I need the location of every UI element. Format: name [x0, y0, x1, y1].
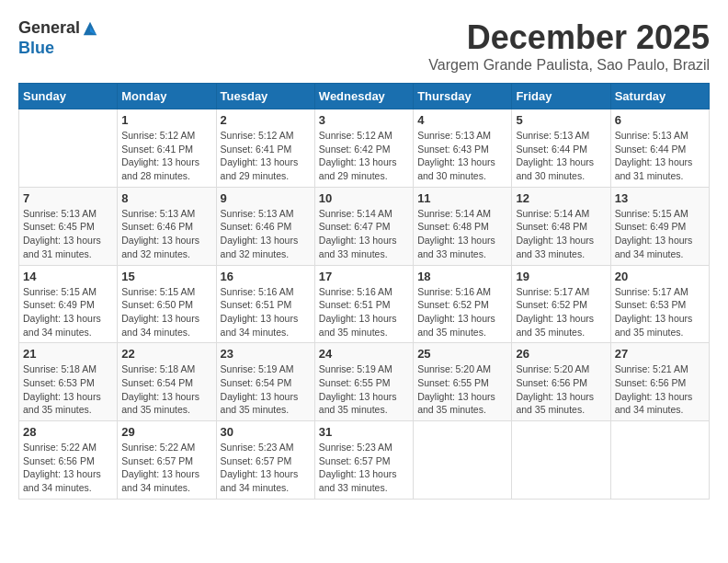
calendar-cell: 6Sunrise: 5:13 AM Sunset: 6:44 PM Daylig…: [610, 109, 709, 188]
day-number: 3: [319, 113, 409, 127]
day-number: 20: [615, 270, 705, 283]
calendar-week-row: 21Sunrise: 5:18 AM Sunset: 6:53 PM Dayli…: [19, 343, 710, 421]
calendar-cell: 20Sunrise: 5:17 AM Sunset: 6:53 PM Dayli…: [610, 265, 709, 343]
day-number: 17: [319, 270, 409, 283]
day-info: Sunrise: 5:13 AM Sunset: 6:45 PM Dayligh…: [23, 207, 113, 261]
day-info: Sunrise: 5:12 AM Sunset: 6:41 PM Dayligh…: [121, 129, 211, 183]
calendar-cell: 19Sunrise: 5:17 AM Sunset: 6:52 PM Dayli…: [512, 265, 610, 343]
day-info: Sunrise: 5:15 AM Sunset: 6:50 PM Dayligh…: [121, 285, 211, 339]
day-number: 6: [615, 113, 705, 127]
calendar-cell: [610, 421, 709, 500]
calendar-week-row: 28Sunrise: 5:22 AM Sunset: 6:56 PM Dayli…: [19, 421, 710, 500]
day-info: Sunrise: 5:12 AM Sunset: 6:42 PM Dayligh…: [319, 129, 409, 183]
calendar-cell: 10Sunrise: 5:14 AM Sunset: 6:47 PM Dayli…: [314, 187, 413, 265]
day-number: 24: [319, 347, 409, 361]
day-info: Sunrise: 5:19 AM Sunset: 6:54 PM Dayligh…: [221, 362, 311, 417]
calendar-cell: 9Sunrise: 5:13 AM Sunset: 6:46 PM Daylig…: [216, 187, 314, 265]
calendar-week-row: 7Sunrise: 5:13 AM Sunset: 6:45 PM Daylig…: [19, 187, 710, 265]
day-info: Sunrise: 5:14 AM Sunset: 6:47 PM Dayligh…: [319, 207, 409, 261]
calendar-cell: 11Sunrise: 5:14 AM Sunset: 6:48 PM Dayli…: [414, 187, 512, 265]
calendar-cell: 28Sunrise: 5:22 AM Sunset: 6:56 PM Dayli…: [19, 421, 118, 500]
day-info: Sunrise: 5:18 AM Sunset: 6:53 PM Dayligh…: [23, 362, 113, 417]
day-info: Sunrise: 5:12 AM Sunset: 6:41 PM Dayligh…: [221, 129, 311, 183]
calendar-cell: 30Sunrise: 5:23 AM Sunset: 6:57 PM Dayli…: [216, 421, 314, 500]
calendar-header-row: SundayMondayTuesdayWednesdayThursdayFrid…: [19, 84, 710, 109]
day-number: 10: [319, 191, 409, 205]
day-number: 4: [417, 113, 507, 127]
calendar-table: SundayMondayTuesdayWednesdayThursdayFrid…: [18, 83, 710, 500]
day-info: Sunrise: 5:23 AM Sunset: 6:57 PM Dayligh…: [221, 441, 311, 495]
day-info: Sunrise: 5:13 AM Sunset: 6:44 PM Dayligh…: [516, 129, 606, 183]
calendar-day-header: Thursday: [414, 84, 512, 109]
day-number: 26: [516, 347, 606, 361]
calendar-day-header: Monday: [118, 84, 216, 109]
day-info: Sunrise: 5:15 AM Sunset: 6:49 PM Dayligh…: [615, 207, 705, 261]
calendar-cell: 2Sunrise: 5:12 AM Sunset: 6:41 PM Daylig…: [216, 109, 314, 188]
day-info: Sunrise: 5:17 AM Sunset: 6:52 PM Dayligh…: [516, 285, 606, 339]
calendar-cell: 23Sunrise: 5:19 AM Sunset: 6:54 PM Dayli…: [216, 343, 314, 421]
day-number: 9: [221, 191, 311, 205]
calendar-week-row: 1Sunrise: 5:12 AM Sunset: 6:41 PM Daylig…: [19, 109, 710, 188]
calendar-cell: 12Sunrise: 5:14 AM Sunset: 6:48 PM Dayli…: [512, 187, 610, 265]
calendar-cell: 17Sunrise: 5:16 AM Sunset: 6:51 PM Dayli…: [314, 265, 413, 343]
calendar-cell: 7Sunrise: 5:13 AM Sunset: 6:45 PM Daylig…: [19, 187, 118, 265]
logo-blue: Blue: [18, 39, 54, 57]
logo: General Blue: [18, 18, 98, 58]
day-info: Sunrise: 5:23 AM Sunset: 6:57 PM Dayligh…: [319, 441, 409, 495]
page-header: General Blue December 2025 Vargem Grande…: [18, 18, 710, 74]
month-title: December 2025: [428, 18, 710, 57]
calendar-day-header: Wednesday: [314, 84, 413, 109]
day-info: Sunrise: 5:13 AM Sunset: 6:46 PM Dayligh…: [221, 207, 311, 261]
calendar-cell: 27Sunrise: 5:21 AM Sunset: 6:56 PM Dayli…: [610, 343, 709, 421]
logo-icon: [82, 20, 98, 37]
day-number: 22: [121, 347, 211, 361]
calendar-cell: 15Sunrise: 5:15 AM Sunset: 6:50 PM Dayli…: [118, 265, 216, 343]
calendar-cell: [414, 421, 512, 500]
day-number: 7: [23, 191, 113, 205]
day-info: Sunrise: 5:22 AM Sunset: 6:56 PM Dayligh…: [23, 441, 113, 495]
day-number: 25: [417, 347, 507, 361]
calendar-cell: 18Sunrise: 5:16 AM Sunset: 6:52 PM Dayli…: [414, 265, 512, 343]
day-info: Sunrise: 5:13 AM Sunset: 6:43 PM Dayligh…: [417, 129, 507, 183]
day-info: Sunrise: 5:21 AM Sunset: 6:56 PM Dayligh…: [615, 362, 705, 417]
day-info: Sunrise: 5:14 AM Sunset: 6:48 PM Dayligh…: [516, 207, 606, 261]
calendar-cell: 29Sunrise: 5:22 AM Sunset: 6:57 PM Dayli…: [118, 421, 216, 500]
calendar-cell: 3Sunrise: 5:12 AM Sunset: 6:42 PM Daylig…: [314, 109, 413, 188]
day-info: Sunrise: 5:22 AM Sunset: 6:57 PM Dayligh…: [121, 441, 211, 495]
day-info: Sunrise: 5:20 AM Sunset: 6:55 PM Dayligh…: [417, 362, 507, 417]
day-info: Sunrise: 5:16 AM Sunset: 6:51 PM Dayligh…: [319, 285, 409, 339]
calendar-cell: 24Sunrise: 5:19 AM Sunset: 6:55 PM Dayli…: [314, 343, 413, 421]
calendar-cell: 25Sunrise: 5:20 AM Sunset: 6:55 PM Dayli…: [414, 343, 512, 421]
day-number: 16: [221, 270, 311, 283]
day-number: 11: [417, 191, 507, 205]
calendar-cell: [512, 421, 610, 500]
day-number: 1: [121, 113, 211, 127]
calendar-cell: 13Sunrise: 5:15 AM Sunset: 6:49 PM Dayli…: [610, 187, 709, 265]
day-info: Sunrise: 5:16 AM Sunset: 6:51 PM Dayligh…: [221, 285, 311, 339]
logo-general: General: [18, 18, 80, 39]
calendar-day-header: Tuesday: [216, 84, 314, 109]
day-number: 13: [615, 191, 705, 205]
calendar-cell: [19, 109, 118, 188]
calendar-cell: 26Sunrise: 5:20 AM Sunset: 6:56 PM Dayli…: [512, 343, 610, 421]
day-info: Sunrise: 5:18 AM Sunset: 6:54 PM Dayligh…: [121, 362, 211, 417]
day-number: 15: [121, 270, 211, 283]
day-number: 27: [615, 347, 705, 361]
day-number: 29: [121, 425, 211, 439]
calendar-cell: 1Sunrise: 5:12 AM Sunset: 6:41 PM Daylig…: [118, 109, 216, 188]
calendar-day-header: Saturday: [610, 84, 709, 109]
title-area: December 2025 Vargem Grande Paulista, Sa…: [428, 18, 710, 74]
day-number: 28: [23, 425, 113, 439]
day-info: Sunrise: 5:17 AM Sunset: 6:53 PM Dayligh…: [615, 285, 705, 339]
calendar-cell: 14Sunrise: 5:15 AM Sunset: 6:49 PM Dayli…: [19, 265, 118, 343]
calendar-cell: 5Sunrise: 5:13 AM Sunset: 6:44 PM Daylig…: [512, 109, 610, 188]
day-number: 31: [319, 425, 409, 439]
day-number: 18: [417, 270, 507, 283]
calendar-cell: 4Sunrise: 5:13 AM Sunset: 6:43 PM Daylig…: [414, 109, 512, 188]
day-info: Sunrise: 5:16 AM Sunset: 6:52 PM Dayligh…: [417, 285, 507, 339]
calendar-week-row: 14Sunrise: 5:15 AM Sunset: 6:49 PM Dayli…: [19, 265, 710, 343]
day-number: 21: [23, 347, 113, 361]
day-number: 2: [221, 113, 311, 127]
day-number: 12: [516, 191, 606, 205]
calendar-cell: 8Sunrise: 5:13 AM Sunset: 6:46 PM Daylig…: [118, 187, 216, 265]
